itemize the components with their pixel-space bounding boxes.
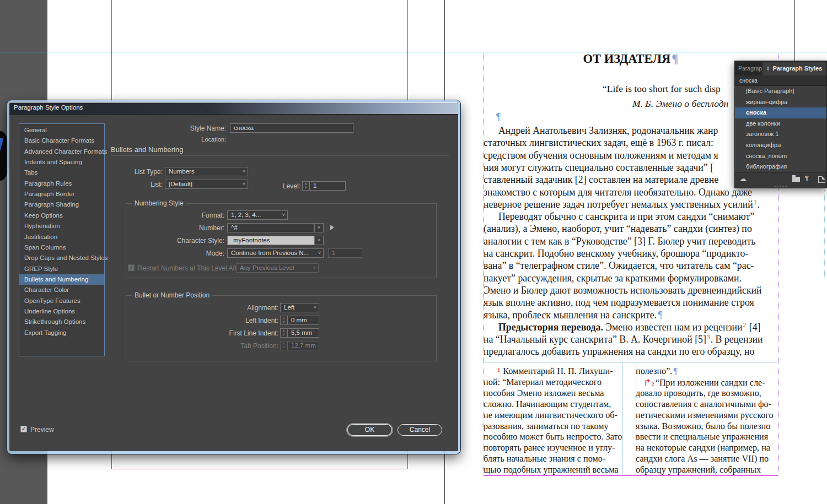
preview-checkbox[interactable]: ✓ (20, 426, 27, 432)
frame-edge-right-top (794, 0, 795, 62)
numbering-style-group: Numbering Style Format: 1, 2, 3, 4...˅ N… (126, 203, 437, 278)
tab-paragraph-styles[interactable]: ⇕Paragraph Styles (762, 62, 826, 75)
epigraph-line-2: М. Б. Эмено о бесплодн (632, 97, 728, 110)
style-row-1[interactable]: жирная-цифра (735, 97, 826, 108)
text-run: не имеющим лингвистического об- (484, 410, 617, 420)
text-run: на некоторые сандхи (например, на (636, 443, 770, 453)
sidebar-item-opentype-features[interactable]: OpenType Features (19, 296, 104, 306)
ok-button[interactable]: OK (347, 424, 392, 436)
body-line-18: на “Начальный курс санскрита” В. А. Коче… (484, 333, 763, 346)
text-run: ной: “Материал методического (484, 377, 602, 387)
style-row-6[interactable]: сноска_nonum (735, 151, 826, 162)
character-style-label: Character Style: (131, 237, 224, 245)
text-run: повторять ранее изученное и углу- (484, 443, 615, 453)
tab-paragraph-cut[interactable]: Paragrap (738, 65, 762, 72)
style-name-input[interactable]: сноска (230, 123, 353, 133)
create-new-style-icon[interactable] (818, 176, 825, 183)
list-type-dropdown[interactable]: Numbers˅ (165, 167, 248, 176)
sidebar-item-character-color[interactable]: Character Color (19, 285, 104, 295)
sidebar-item-bullets-and-numbering[interactable]: Bullets and Numbering (19, 274, 104, 285)
footnote-continuation-mark: 2 (651, 381, 654, 387)
left-indent-stepper[interactable]: ˄˅ (280, 316, 287, 325)
chevron-down-icon: ˅ (282, 212, 285, 218)
footnote-continuation-mark: ↱ (643, 377, 651, 388)
character-style-value[interactable]: myFootnotes (227, 236, 314, 245)
footnote-reference-mark: 3 (707, 334, 710, 340)
location-label: Location: (132, 136, 226, 143)
sidebar-item-drop-caps-and-nested-styles[interactable]: Drop Caps and Nested Styles (19, 253, 104, 263)
chevron-down-icon: ˅ (313, 265, 316, 270)
cc-sync-icon[interactable]: ☁ (739, 175, 747, 183)
text-run: пособия Эмено изложен весьма (484, 388, 604, 398)
panel-tab-bar: Paragrap ⇕Paragraph Styles (735, 61, 826, 75)
clear-overrides-icon[interactable]: ¶⁄ (805, 175, 807, 181)
sidebar-item-grep-style[interactable]: GREP Style (19, 264, 104, 274)
footnote-c2-line-8: на некоторые сандхи (например, на (636, 443, 770, 453)
sidebar-item-general[interactable]: General (19, 125, 104, 136)
section-title: Bullets and Numbering (111, 145, 184, 154)
mode-dropdown[interactable]: Continue from Previous N...˅ (227, 248, 324, 258)
alignment-value: Left (284, 304, 294, 311)
list-label: List: (69, 181, 163, 188)
sidebar-item-basic-character-formats[interactable]: Basic Character Formats (19, 136, 104, 146)
format-dropdown[interactable]: 1, 2, 3, 4...˅ (227, 210, 288, 220)
footnote-c1-line-1: 1 Комментарий Н. П. Лихуши- (484, 366, 613, 377)
sidebar-item-keep-options[interactable]: Keep Options (19, 210, 104, 221)
alignment-label: Alignment: (185, 304, 278, 312)
sidebar-item-paragraph-border[interactable]: Paragraph Border (19, 189, 104, 199)
style-row-7[interactable]: библиография (735, 161, 826, 172)
sidebar-item-underline-options[interactable]: Underline Options (19, 306, 104, 317)
level-input[interactable]: 1 (309, 181, 346, 191)
text-run: сопоставления с аналогичными фо- (636, 399, 771, 409)
style-row-2[interactable]: сноска (735, 107, 826, 118)
panel-collapse-icon[interactable]: ⇕ (766, 66, 770, 72)
text-run: [4] (747, 322, 760, 333)
sidebar-item-justification[interactable]: Justification (19, 232, 104, 242)
sidebar-item-strikethrough-options[interactable]: Strikethrough Options (19, 317, 104, 327)
footnote-c2-line-4: сопоставления с аналогичными фо- (636, 399, 771, 410)
text-run: язык вполне активно, под чем подразумева… (484, 297, 754, 308)
text-run: на санскрит. Подобно венскому учебнику, … (484, 248, 748, 259)
text-run: аналогии с тем как в “Руководстве” [3] Г… (484, 236, 755, 247)
sidebar-item-span-columns[interactable]: Span Columns (19, 242, 104, 253)
text-run: пособию может быть непросто. Зато (484, 432, 622, 442)
mode-label: Mode: (131, 250, 224, 257)
body-line-16: языка, проблеск мышления на санскрите.¶ (484, 309, 662, 321)
level-stepper[interactable]: ˄˅ (302, 181, 309, 191)
style-row-5[interactable]: колонцифра (735, 140, 826, 151)
body-line-1: Андрей Анатольевич Зализняк, родоначальн… (484, 124, 718, 137)
text-run: пакует” рассуждения, скрытые за краткими… (484, 273, 742, 284)
number-flyout-icon[interactable] (330, 225, 337, 230)
first-line-indent-stepper[interactable]: ˄˅ (280, 328, 287, 338)
text-run: “При изложении сандхи сле- (656, 378, 765, 388)
text-run: довало проводить, где возможно, (636, 388, 761, 398)
style-list: [Basic Paragraph]жирная-цифрасноскадве к… (735, 86, 826, 172)
body-line-13: пакует” рассуждения, скрытые за краткими… (484, 272, 742, 284)
style-row-3[interactable]: две колонки (735, 118, 826, 129)
text-run: Эмено и Бюлер дают возможность использов… (484, 285, 762, 296)
panel-resize-grip[interactable] (735, 185, 826, 188)
sidebar-item-export-tagging[interactable]: Export Tagging (19, 328, 104, 338)
character-style-dropdown-button[interactable]: ˅ (314, 236, 324, 245)
style-row-4[interactable]: заголовок 1 (735, 129, 826, 140)
sidebar-item-hyphenation[interactable]: Hyphenation (19, 221, 104, 231)
number-dropdown-button[interactable]: ˅ (314, 223, 324, 232)
number-input[interactable]: ^# (227, 223, 314, 232)
body-line-12: вана” в “телеграфном стиле”. Ожидается, … (484, 259, 754, 272)
sidebar-item-paragraph-shading[interactable]: Paragraph Shading (19, 199, 104, 210)
text-run: языка, проблеск мышления на санскрите. (484, 310, 657, 321)
dialog-titlebar[interactable]: Paragraph Style Options (9, 102, 458, 115)
first-line-indent-input[interactable]: 5,5 mm (287, 328, 319, 338)
numbering-style-group-title: Numbering Style (132, 199, 186, 207)
left-indent-input[interactable]: 0 mm (287, 316, 319, 325)
new-style-group-icon[interactable] (792, 177, 800, 182)
current-style-field[interactable]: сноска (735, 75, 826, 86)
sidebar-item-advanced-character-formats[interactable]: Advanced Character Formats (19, 147, 104, 157)
cancel-button[interactable]: Cancel (398, 424, 442, 436)
chevron-down-icon: ˅ (314, 305, 316, 310)
text-run: Переводят обычно с санскрита и при этом … (498, 211, 754, 222)
alignment-dropdown[interactable]: Left˅ (280, 303, 319, 312)
application-viewport: ОТ ИЗДАТЕЛЯ¶ “Life is too short for such… (0, 0, 827, 504)
style-row-0[interactable]: [Basic Paragraph] (735, 86, 826, 97)
sidebar-item-indents-and-spacing[interactable]: Indents and Spacing (19, 157, 104, 167)
